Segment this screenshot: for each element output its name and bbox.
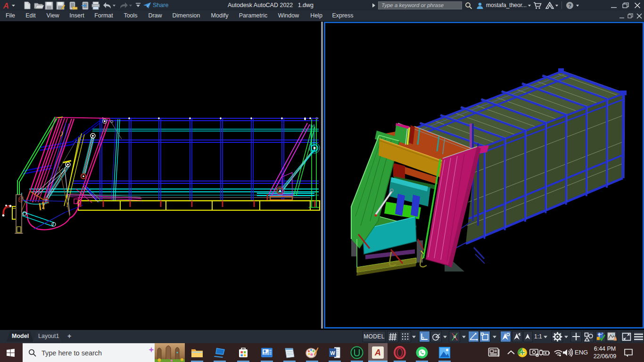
svg-text:A: A xyxy=(3,1,9,10)
svg-text:W: W xyxy=(330,350,335,356)
svg-text:?: ? xyxy=(568,3,571,8)
